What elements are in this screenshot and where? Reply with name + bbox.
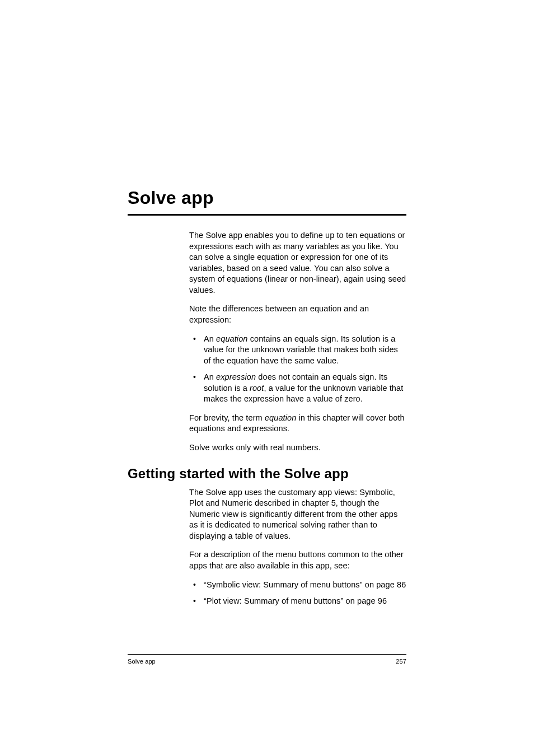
section2-paragraph-1: The Solve app uses the customary app vie… xyxy=(189,487,406,542)
section-heading: Getting started with the Solve app xyxy=(128,466,406,482)
intro-paragraph-2: Note the differences between an equation… xyxy=(189,304,406,325)
intro-bullet-list: An equation contains an equals sign. Its… xyxy=(189,334,406,405)
footer-left: Solve app xyxy=(128,658,156,665)
title-rule xyxy=(128,214,406,216)
bullet-em: expression xyxy=(216,372,256,381)
section2-bullet-list: “Symbolic view: Summary of menu buttons”… xyxy=(189,580,406,607)
intro-paragraph-4: Solve works only with real numbers. xyxy=(189,442,406,454)
intro-paragraph-1: The Solve app enables you to define up t… xyxy=(189,230,406,296)
section2-paragraph-2: For a description of the menu buttons co… xyxy=(189,549,406,571)
p3-text: For brevity, the term xyxy=(189,413,265,422)
bullet-plot-view: “Plot view: Summary of menu buttons” on … xyxy=(189,596,406,607)
bullet-text: An xyxy=(204,372,216,381)
intro-paragraph-3: For brevity, the term equation in this c… xyxy=(189,413,406,435)
bullet-expression: An expression does not contain an equals… xyxy=(189,372,406,405)
bullet-em: equation xyxy=(216,334,247,343)
bullet-text: An xyxy=(204,334,216,343)
bullet-symbolic-view: “Symbolic view: Summary of menu buttons”… xyxy=(189,580,406,591)
page-title: Solve app xyxy=(128,188,406,208)
footer-page-number: 257 xyxy=(396,658,406,665)
bullet-equation: An equation contains an equals sign. Its… xyxy=(189,334,406,367)
footer-rule xyxy=(128,654,406,655)
page-footer: Solve app 257 xyxy=(128,654,406,665)
p3-em: equation xyxy=(265,413,296,422)
bullet-em: root xyxy=(250,384,264,393)
